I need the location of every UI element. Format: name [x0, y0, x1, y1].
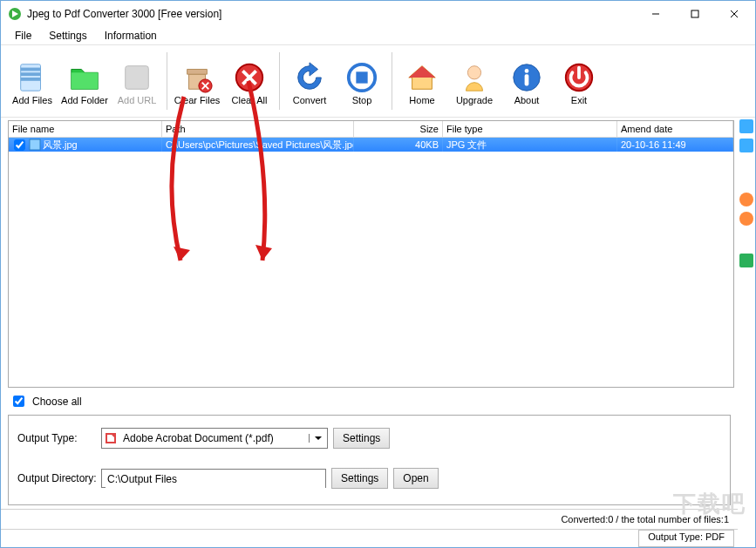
output-panel: Output Type: Adobe Acrobat Document (*.p…	[8, 415, 731, 505]
row-checkbox[interactable]	[14, 139, 25, 151]
side-toolbar	[738, 118, 755, 547]
menu-settings[interactable]: Settings	[40, 28, 95, 44]
col-amend-date[interactable]: Amend date	[617, 121, 733, 137]
toolbar-label: Convert	[293, 95, 327, 105]
list-row[interactable]: 风景.jpg C:\Users\pc\Pictures\Saved Pictur…	[9, 138, 733, 152]
col-size[interactable]: Size	[354, 121, 443, 137]
home-icon	[405, 60, 439, 95]
menu-file[interactable]: File	[6, 28, 40, 44]
output-dir-label: Output Directory:	[17, 472, 101, 484]
side-btn-1[interactable]	[739, 119, 753, 133]
toolbar-label: Stop	[352, 95, 372, 105]
convert-button[interactable]: Convert	[283, 47, 336, 115]
toolbar: Add Files Add Folder Add URL Clear Files…	[1, 44, 755, 118]
pdf-type-icon	[102, 431, 119, 445]
output-type-settings-button[interactable]: Settings	[333, 428, 390, 449]
status-bar: Converted:0 / the total number of files:…	[1, 509, 738, 529]
app-icon	[8, 7, 22, 21]
side-btn-4[interactable]	[739, 212, 753, 226]
choose-all-label: Choose all	[32, 396, 82, 408]
add-folder-button[interactable]: Add Folder	[58, 47, 111, 115]
add-files-button[interactable]: Add Files	[6, 47, 58, 115]
cell-size: 40KB	[354, 138, 443, 152]
cell-file-name: 风景.jpg	[9, 138, 162, 152]
output-dir-settings-button[interactable]: Settings	[331, 468, 388, 489]
cell-date: 20-10-16 11:49	[617, 138, 733, 152]
menu-information[interactable]: Information	[96, 28, 166, 44]
svg-rect-9	[126, 66, 149, 90]
svg-rect-7	[21, 72, 41, 76]
output-type-value: Adobe Acrobat Document (*.pdf)	[119, 432, 309, 444]
cell-path: C:\Users\pc\Pictures\Saved Pictures\风景.j…	[162, 138, 354, 152]
minimize-button[interactable]	[636, 1, 675, 27]
window-title: Jpeg to Pdf Converter 3000 [Free version…	[27, 8, 636, 20]
menubar: File Settings Information	[1, 27, 755, 44]
output-dir-open-button[interactable]: Open	[393, 468, 438, 489]
toolbar-label: Exit	[571, 95, 587, 105]
file-icon	[29, 139, 41, 151]
svg-rect-2	[691, 10, 698, 17]
file-list[interactable]: File name Path Size File type Amend date…	[8, 120, 734, 388]
exit-icon	[562, 60, 596, 95]
maximize-button[interactable]	[675, 1, 714, 27]
cell-type: JPG 文件	[443, 138, 617, 152]
exit-button[interactable]: Exit	[553, 47, 605, 115]
add-url-button[interactable]: Add URL	[111, 47, 163, 115]
status-output-type: Output Type: PDF	[638, 530, 734, 547]
output-type-label: Output Type:	[17, 432, 101, 444]
clear-all-button[interactable]: Clear All	[223, 47, 276, 115]
toolbar-label: Home	[409, 95, 434, 105]
svg-rect-6	[21, 68, 41, 71]
files-icon	[15, 60, 50, 95]
toolbar-label: Add Files	[12, 95, 52, 105]
clear-files-button[interactable]: Clear Files	[171, 47, 223, 115]
list-header: File name Path Size File type Amend date	[9, 121, 733, 138]
convert-icon	[292, 60, 327, 95]
url-icon	[119, 60, 154, 95]
side-btn-5[interactable]	[739, 254, 753, 267]
svg-point-20	[525, 69, 529, 73]
about-icon	[509, 60, 544, 95]
svg-rect-21	[525, 74, 529, 85]
stop-button[interactable]: Stop	[336, 47, 388, 115]
toolbar-label: About	[514, 95, 540, 105]
toolbar-label: Clear Files	[174, 95, 221, 105]
about-button[interactable]: About	[501, 47, 553, 115]
close-button[interactable]	[714, 1, 753, 27]
status-summary: Converted:0 / the total number of files:…	[561, 514, 738, 524]
upgrade-button[interactable]: Upgrade	[448, 47, 501, 115]
output-dir-input[interactable]	[101, 469, 326, 488]
svg-rect-17	[356, 71, 367, 83]
svg-rect-24	[30, 139, 40, 150]
dropdown-arrow-icon[interactable]	[309, 434, 327, 443]
status-bar-2: Output Type: PDF	[1, 529, 738, 547]
toolbar-label: Upgrade	[456, 95, 493, 105]
folder-icon	[67, 60, 102, 95]
toolbar-label: Add Folder	[61, 95, 108, 105]
svg-point-18	[467, 66, 480, 79]
toolbar-label: Add URL	[118, 95, 157, 105]
col-path[interactable]: Path	[162, 121, 354, 137]
svg-rect-8	[21, 78, 41, 81]
toolbar-separator	[167, 52, 167, 110]
toolbar-label: Clear All	[232, 95, 268, 105]
toolbar-separator	[279, 52, 280, 110]
choose-all-row: Choose all	[1, 389, 738, 411]
upgrade-icon	[457, 60, 492, 95]
stop-icon	[344, 60, 379, 95]
clear-files-icon	[180, 60, 215, 95]
choose-all-checkbox[interactable]	[13, 396, 24, 407]
side-btn-2[interactable]	[739, 139, 753, 152]
col-file-type[interactable]: File type	[443, 121, 617, 137]
output-type-combo[interactable]: Adobe Acrobat Document (*.pdf)	[101, 428, 328, 449]
col-file-name[interactable]: File name	[9, 121, 162, 137]
clear-all-icon	[232, 60, 267, 95]
toolbar-separator	[392, 52, 392, 110]
titlebar: Jpeg to Pdf Converter 3000 [Free version…	[1, 1, 755, 27]
side-btn-3[interactable]	[739, 193, 753, 206]
home-button[interactable]: Home	[396, 47, 448, 115]
